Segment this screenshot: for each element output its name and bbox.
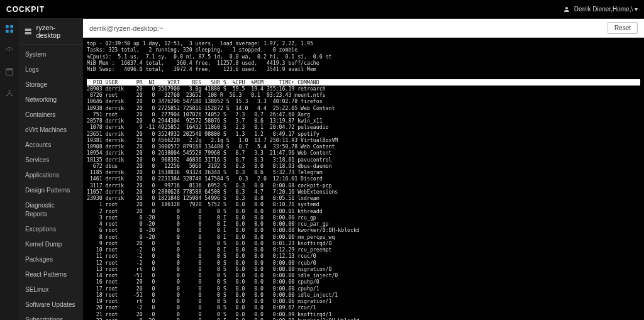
- dashboard-icon[interactable]: [4, 24, 14, 34]
- svg-rect-2: [6, 30, 9, 33]
- sidebar-item-logs[interactable]: Logs: [19, 62, 83, 77]
- user-label: Derrik Diener,Home,\ ▾: [574, 6, 638, 13]
- svg-rect-1: [10, 25, 13, 28]
- sidebar-item-applications[interactable]: Applications: [19, 168, 83, 183]
- reset-button[interactable]: Reset: [608, 22, 638, 34]
- storage-icon[interactable]: [4, 67, 14, 77]
- sidebar-item-accounts[interactable]: Accounts: [19, 138, 83, 153]
- sidebar-item-diagnostic-reports[interactable]: Diagnostic Reports: [19, 198, 83, 222]
- sidebar-item-ovirt-machines[interactable]: oVirt Machines: [19, 123, 83, 138]
- svg-rect-3: [10, 30, 13, 33]
- svg-point-7: [9, 90, 11, 92]
- terminal[interactable]: top - 02:39:50 up 1 day, 12:53, 3 users,…: [83, 38, 644, 320]
- sidebar-item-design-patterns[interactable]: Design Patterns: [19, 183, 83, 198]
- sidebar-item-subscriptions[interactable]: Subscriptions: [19, 312, 83, 320]
- svg-point-5: [6, 95, 8, 97]
- main: derrik@ryzen-desktop:~ Reset top - 02:39…: [83, 19, 644, 320]
- sidebar-item-react-patterns[interactable]: React Patterns: [19, 267, 83, 282]
- sidebar-item-packages[interactable]: Packages: [19, 252, 83, 267]
- sidebar-item-exceptions[interactable]: Exceptions: [19, 222, 83, 237]
- sidebar-item-networking[interactable]: Networking: [19, 92, 83, 108]
- breadcrumb: derrik@ryzen-desktop:~: [89, 25, 163, 32]
- sidebar-host[interactable]: ryzen-desktop: [19, 19, 83, 45]
- svg-rect-9: [25, 32, 31, 34]
- topbar: COCKPIT Derrik Diener,Home,\ ▾: [0, 0, 644, 19]
- user-menu[interactable]: Derrik Diener,Home,\ ▾: [563, 6, 638, 13]
- svg-point-4: [6, 68, 13, 70]
- sidebar-item-system[interactable]: System: [19, 47, 83, 62]
- sidebar-item-kernel-dump[interactable]: Kernel Dump: [19, 237, 83, 252]
- svg-point-6: [11, 95, 13, 97]
- nav-rail: [0, 19, 19, 320]
- server-icon: [24, 27, 32, 36]
- sidebar-item-software-updates[interactable]: Software Updates: [19, 297, 83, 312]
- svg-rect-8: [25, 29, 31, 31]
- breadcrumb-row: derrik@ryzen-desktop:~ Reset: [83, 19, 644, 38]
- sidebar-item-storage[interactable]: Storage: [19, 77, 83, 92]
- brand: COCKPIT: [6, 5, 45, 14]
- gauge-icon[interactable]: [4, 45, 14, 55]
- sidebar-item-containers[interactable]: Containers: [19, 108, 83, 123]
- svg-rect-0: [6, 25, 9, 28]
- host-name: ryzen-desktop: [36, 24, 78, 39]
- sidebar: ryzen-desktop SystemLogsStorageNetworkin…: [19, 19, 83, 320]
- network-icon[interactable]: [4, 88, 14, 98]
- sidebar-item-services[interactable]: Services: [19, 153, 83, 168]
- sidebar-list: SystemLogsStorageNetworkingContainersoVi…: [19, 45, 83, 320]
- sidebar-item-selinux[interactable]: SELinux: [19, 282, 83, 297]
- user-icon: [563, 6, 570, 13]
